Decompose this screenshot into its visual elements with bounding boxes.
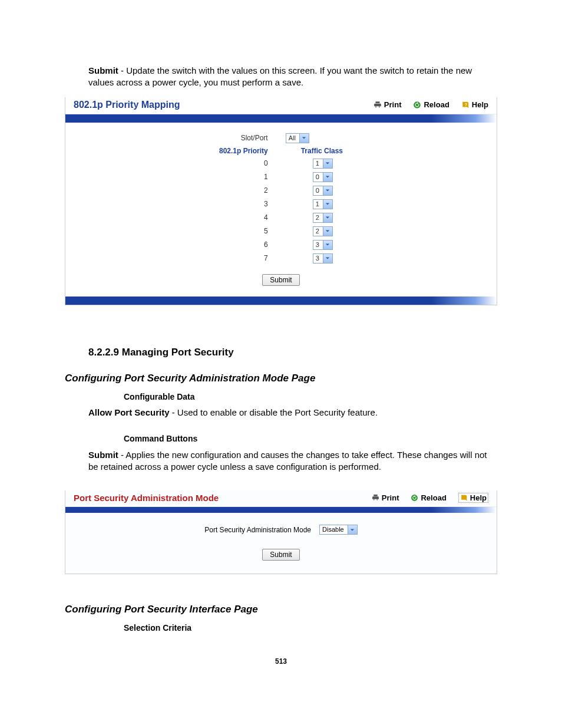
reload-button[interactable]: Reload	[413, 100, 449, 109]
chevron-down-icon	[323, 186, 332, 195]
table-row: 10	[211, 171, 351, 183]
table-row: 42	[211, 212, 351, 224]
print-label: Print	[382, 493, 399, 502]
submit-desc: - Applies the new configuration and caus…	[88, 450, 487, 472]
admin-mode-select[interactable]: Disable	[319, 525, 358, 535]
chevron-down-icon	[323, 159, 332, 168]
configurable-data-label: Configurable Data	[124, 391, 497, 403]
chevron-down-icon	[323, 227, 332, 236]
intro-paragraph: Submit - Update the switch with the valu…	[88, 65, 497, 89]
print-button[interactable]: Print	[372, 493, 399, 502]
chevron-down-icon	[323, 200, 332, 209]
subsection-heading: Configuring Port Security Interface Page	[65, 604, 497, 615]
panel-title: 802.1p Priority Mapping	[74, 100, 373, 110]
table-row: 73	[211, 252, 351, 265]
table-row: 52	[211, 225, 351, 238]
panel-header: Port Security Administration Mode Print …	[65, 490, 497, 507]
svg-text:?: ?	[465, 102, 467, 106]
help-button[interactable]: ? Help	[461, 100, 488, 109]
submit-desc-paragraph: Submit - Applies the new configuration a…	[88, 449, 497, 473]
reload-label: Reload	[424, 100, 449, 109]
submit-button[interactable]: Submit	[262, 549, 299, 561]
slotport-value: All	[286, 134, 299, 143]
panel-title: Port Security Administration Mode	[74, 493, 372, 503]
subsection-heading: Configuring Port Security Administration…	[65, 373, 497, 384]
port-security-panel: Port Security Administration Mode Print …	[65, 490, 497, 574]
help-label: Help	[470, 493, 487, 502]
divider-bar	[65, 297, 497, 305]
command-buttons-label: Command Buttons	[124, 433, 497, 444]
divider-bar	[65, 507, 497, 513]
section-number: 8.2.2.9	[88, 347, 122, 358]
traffic-select[interactable]: 3	[313, 240, 333, 250]
reload-button[interactable]: Reload	[411, 493, 446, 502]
traffic-select[interactable]: 2	[313, 226, 333, 236]
help-icon	[460, 494, 468, 502]
section-heading: 8.2.2.9 Managing Port Security	[88, 347, 497, 358]
submit-label: Submit	[88, 450, 118, 460]
print-button[interactable]: Print	[373, 100, 402, 109]
priority-table: Slot/Port All 802.1p Priority Traffic Cl…	[210, 131, 352, 266]
traffic-select[interactable]: 1	[313, 199, 333, 209]
priority-mapping-panel: 802.1p Priority Mapping Print Reload ? H…	[65, 97, 497, 305]
panel-header: 802.1p Priority Mapping Print Reload ? H…	[65, 97, 497, 114]
traffic-select[interactable]: 1	[313, 159, 333, 169]
submit-button[interactable]: Submit	[262, 274, 299, 286]
print-icon	[372, 494, 379, 502]
slotport-label: Slot/Port	[211, 132, 276, 144]
reload-label: Reload	[421, 493, 446, 502]
print-label: Print	[384, 100, 402, 109]
chevron-down-icon	[323, 241, 332, 249]
section-title: Managing Port Security	[122, 347, 234, 358]
help-icon: ?	[461, 101, 470, 109]
allow-desc: - Used to enable or disable the Port Sec…	[170, 407, 378, 417]
allow-port-security-desc: Allow Port Security - Used to enable or …	[88, 407, 497, 419]
col-traffic: Traffic Class	[277, 146, 351, 156]
chevron-down-icon	[323, 254, 332, 263]
chevron-down-icon	[323, 173, 332, 182]
traffic-select[interactable]: 2	[313, 213, 333, 223]
divider-bar	[65, 114, 497, 123]
table-row: 63	[211, 239, 351, 251]
traffic-select[interactable]: 0	[313, 186, 333, 196]
page-number: 513	[65, 657, 497, 666]
print-icon	[373, 101, 382, 109]
col-priority: 802.1p Priority	[211, 146, 276, 156]
intro-submit-desc: - Update the switch with the values on t…	[88, 65, 472, 87]
chevron-down-icon	[323, 213, 332, 222]
reload-icon	[411, 494, 418, 502]
chevron-down-icon	[299, 134, 309, 143]
allow-label: Allow Port Security	[88, 407, 170, 417]
table-row: 20	[211, 185, 351, 197]
traffic-select[interactable]: 3	[313, 253, 333, 263]
reload-icon	[413, 101, 421, 109]
admin-mode-label: Port Security Administration Mode	[204, 526, 311, 534]
help-label: Help	[472, 100, 488, 109]
table-row: 31	[211, 198, 351, 210]
chevron-down-icon	[348, 525, 357, 534]
help-button[interactable]: Help	[458, 493, 488, 503]
table-row: 01	[211, 157, 351, 170]
intro-submit-label: Submit	[88, 65, 118, 75]
admin-mode-value: Disable	[320, 525, 348, 534]
traffic-select[interactable]: 0	[313, 172, 333, 182]
slotport-select[interactable]: All	[286, 133, 309, 143]
selection-criteria-label: Selection Criteria	[124, 622, 497, 634]
